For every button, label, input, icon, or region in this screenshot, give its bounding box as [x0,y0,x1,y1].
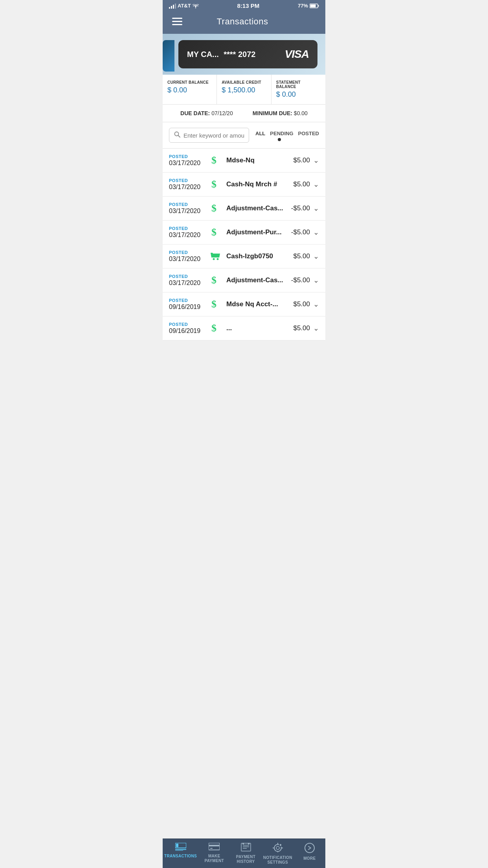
txn-category-icon: $ [208,201,222,215]
chevron-down-icon: ⌄ [313,300,319,309]
filter-all-button[interactable]: ALL [255,130,265,137]
svg-rect-0 [169,7,170,9]
txn-date: 03/17/2020 [169,232,204,239]
status-carrier: AT&T [169,3,199,9]
svg-text:$: $ [211,155,216,166]
svg-text:$: $ [211,179,216,190]
txn-status: POSTED [169,202,204,207]
txn-amount: $5.00 [293,156,310,164]
txn-name: Mdse Nq Acct-... [226,300,293,308]
chevron-down-icon: ⌄ [313,324,319,333]
transaction-row[interactable]: POSTED 09/16/2019 $ ... $5.00 ⌄ [163,316,325,340]
txn-status: POSTED [169,250,204,255]
txn-status: POSTED [169,322,204,327]
transaction-row[interactable]: POSTED 03/17/2020 $ Adjustment-Pur... -$… [163,221,325,245]
card-name: MY CA... [187,50,219,59]
card-brand: VISA [285,48,309,61]
transaction-row[interactable]: POSTED 03/17/2020 $ Adjustment-Cas... -$… [163,197,325,221]
status-battery: 77% [298,3,319,9]
chevron-down-icon: ⌄ [313,180,319,189]
statement-balance: STATEMENT BALANCE $ 0.00 [272,75,325,104]
txn-status: POSTED [169,178,204,183]
available-credit: AVAILABLE CREDIT $ 1,500.00 [217,75,271,104]
search-box[interactable] [169,128,249,143]
filter-pending-button[interactable]: PENDING [270,130,293,137]
txn-date: 03/17/2020 [169,208,204,215]
filter-all-indicator [278,138,281,141]
min-due-item: MINIMUM DUE: $0.00 [253,110,308,116]
transaction-row[interactable]: POSTED 03/17/2020 $ Cash-Nq Mrch # $5.00… [163,173,325,197]
chevron-down-icon: ⌄ [313,156,319,165]
txn-amount: -$5.00 [291,228,310,236]
filter-pending-indicator [286,138,289,141]
txn-status: POSTED [169,154,204,159]
search-input[interactable] [183,132,244,139]
svg-point-4 [195,7,196,8]
txn-status: POSTED [169,226,204,231]
txn-date-col: POSTED 03/17/2020 [169,250,204,263]
txn-date-col: POSTED 03/17/2020 [169,202,204,215]
search-icon [174,131,180,139]
svg-point-15 [217,258,219,260]
status-bar: AT&T 8:13 PM 77% [163,0,325,11]
carrier-label: AT&T [178,3,191,9]
transaction-row[interactable]: POSTED 03/17/2020 $ Mdse-Nq $5.00 ⌄ [163,149,325,173]
transaction-row[interactable]: POSTED 03/17/2020 Cash-Izgb0750 $5.00 ⌄ [163,245,325,268]
card-left-accent [163,40,174,72]
credit-card[interactable]: MY CA... **** 2072 VISA [178,40,317,68]
txn-name: Adjustment-Pur... [226,228,291,236]
svg-rect-7 [310,4,316,7]
chevron-down-icon: ⌄ [313,276,319,285]
status-time: 8:13 PM [237,2,259,9]
current-balance-label: CURRENT BALANCE [167,80,212,85]
txn-date: 03/17/2020 [169,280,204,287]
txn-category-icon [208,249,222,263]
txn-amount: $5.00 [293,300,310,308]
svg-point-14 [213,258,215,260]
txn-date-col: POSTED 03/17/2020 [169,274,204,287]
txn-name: ... [226,324,293,332]
txn-date-col: POSTED 03/17/2020 [169,154,204,167]
txn-name: Adjustment-Cas... [226,204,291,212]
txn-amount: $5.00 [293,324,310,332]
transaction-row[interactable]: POSTED 09/16/2019 $ Mdse Nq Acct-... $5.… [163,292,325,316]
svg-text:$: $ [211,227,216,238]
battery-icon [310,4,319,8]
txn-date-col: POSTED 03/17/2020 [169,226,204,239]
txn-date: 09/16/2019 [169,303,204,311]
txn-name: Adjustment-Cas... [226,276,291,284]
svg-rect-6 [318,5,319,7]
svg-line-9 [178,136,180,138]
txn-date: 03/17/2020 [169,256,204,263]
card-section: MY CA... **** 2072 VISA [163,34,325,75]
txn-date: 09/16/2019 [169,327,204,335]
txn-date: 03/17/2020 [169,184,204,191]
balance-row: CURRENT BALANCE $ 0.00 AVAILABLE CREDIT … [163,75,325,105]
txn-category-icon: $ [208,297,222,311]
statement-balance-value: $ 0.00 [276,90,321,99]
svg-text:$: $ [211,323,216,334]
due-row: DUE DATE: 07/12/20 MINIMUM DUE: $0.00 [163,105,325,122]
txn-category-icon: $ [208,153,222,167]
svg-rect-3 [175,4,176,9]
header: Transactions [163,11,325,34]
txn-category-icon: $ [208,321,222,335]
txn-status: POSTED [169,298,204,303]
txn-date-col: POSTED 03/17/2020 [169,178,204,191]
filter-posted-indicator [294,138,297,141]
wifi-icon [193,4,199,8]
current-balance: CURRENT BALANCE $ 0.00 [163,75,217,104]
txn-date: 03/17/2020 [169,160,204,167]
txn-amount: -$5.00 [291,204,310,212]
chevron-down-icon: ⌄ [313,252,319,261]
menu-button[interactable] [171,16,184,27]
search-filter-row: ALL PENDING POSTED [163,122,325,149]
chevron-down-icon: ⌄ [313,228,319,237]
txn-name: Cash-Nq Mrch # [226,180,293,188]
signal-icon [169,3,176,9]
card-number: **** 2072 [224,50,255,59]
svg-rect-1 [171,6,172,9]
chevron-down-icon: ⌄ [313,204,319,213]
filter-posted-button[interactable]: POSTED [298,130,319,137]
transaction-row[interactable]: POSTED 03/17/2020 $ Adjustment-Cas... -$… [163,268,325,292]
